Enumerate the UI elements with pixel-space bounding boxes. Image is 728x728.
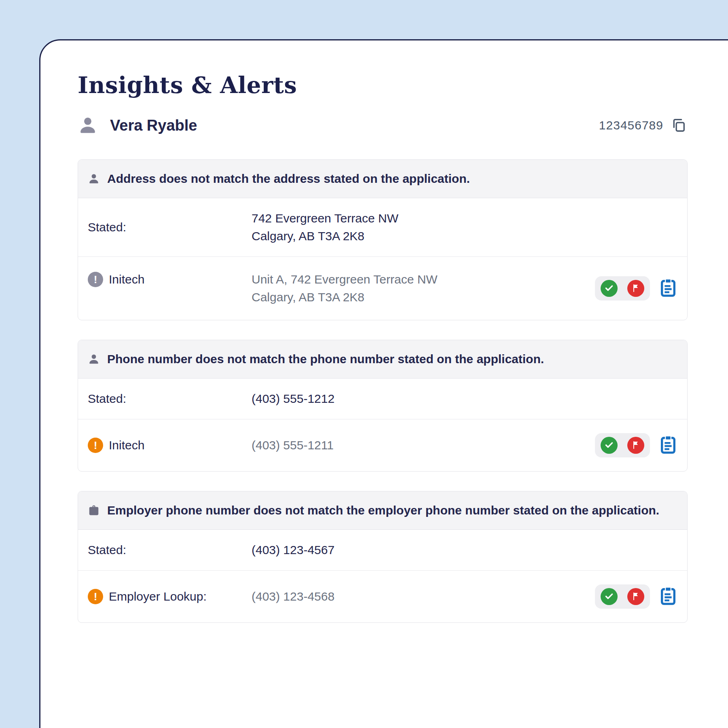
main-card: Insights & Alerts Vera Ryable 123456789	[39, 39, 728, 728]
alert-card-address: Address does not match the address state…	[78, 159, 688, 320]
check-circle-icon	[604, 283, 614, 294]
person-icon	[78, 115, 98, 135]
page-title: Insights & Alerts	[78, 72, 688, 98]
flag-button[interactable]	[627, 280, 644, 297]
alert-header: Address does not match the address state…	[78, 160, 687, 198]
stated-label: Stated:	[88, 210, 252, 245]
stated-label: Stated:	[88, 390, 252, 408]
alert-message: Employer phone number does not match the…	[107, 503, 659, 518]
source-label-cell: ! Initech	[88, 436, 252, 454]
warning-badge-icon: !	[88, 438, 103, 453]
alert-header: Phone number does not match the phone nu…	[78, 340, 687, 379]
applicant-row: Vera Ryable 123456789	[78, 112, 688, 138]
warning-badge-icon: !	[88, 589, 103, 604]
stated-value: 742 Evergreen Terrace NW Calgary, AB T3A…	[252, 210, 677, 245]
stated-row: Stated: (403) 555-1212	[78, 379, 687, 419]
row-actions	[595, 276, 677, 301]
check-circle-icon	[604, 591, 614, 603]
alert-message: Phone number does not match the phone nu…	[107, 351, 544, 367]
flag-button[interactable]	[627, 437, 644, 454]
alert-header: Employer phone number does not match the…	[78, 491, 687, 530]
stated-value: (403) 555-1212	[252, 390, 677, 408]
source-label-cell: ! Employer Lookup:	[88, 588, 252, 605]
source-value: (403) 555-1211	[252, 436, 595, 454]
alert-card-phone: Phone number does not match the phone nu…	[78, 340, 688, 472]
alert-message: Address does not match the address state…	[107, 171, 470, 186]
person-icon	[88, 173, 100, 185]
verdict-pill	[595, 276, 650, 301]
stated-row: Stated: (403) 123-4567	[78, 530, 687, 570]
source-row: ! Initech (403) 555-1211	[78, 419, 687, 471]
clipboard-icon	[659, 586, 677, 607]
copy-icon	[671, 117, 687, 134]
insights-panel: Insights & Alerts Vera Ryable 123456789	[78, 40, 688, 623]
source-label: Initech	[109, 436, 144, 454]
verdict-pill	[595, 433, 650, 457]
source-row: ! Employer Lookup: (403) 123-4568	[78, 570, 687, 622]
briefcase-icon	[88, 504, 100, 516]
row-actions	[595, 433, 677, 457]
flag-button[interactable]	[627, 588, 644, 605]
source-label: Employer Lookup:	[109, 588, 207, 605]
stated-row: Stated: 742 Evergreen Terrace NW Calgary…	[78, 198, 687, 256]
info-badge-icon: !	[88, 272, 103, 287]
check-circle-icon	[604, 440, 614, 451]
stated-value: (403) 123-4567	[252, 541, 677, 559]
alert-card-employer-phone: Employer phone number does not match the…	[78, 491, 688, 623]
notes-button[interactable]	[659, 435, 677, 455]
flag-circle-icon	[631, 440, 641, 451]
person-icon	[88, 353, 100, 365]
applicant-name: Vera Ryable	[110, 117, 197, 134]
source-label: Initech	[109, 271, 144, 288]
clipboard-icon	[659, 278, 677, 299]
clipboard-icon	[659, 435, 677, 456]
notes-button[interactable]	[659, 278, 677, 298]
source-value: (403) 123-4568	[252, 588, 595, 605]
row-actions	[595, 584, 677, 609]
approve-button[interactable]	[601, 437, 618, 454]
source-value: Unit A, 742 Evergreen Terrace NW Calgary…	[252, 271, 595, 306]
verdict-pill	[595, 584, 650, 609]
approve-button[interactable]	[601, 588, 618, 605]
copy-id-button[interactable]	[670, 116, 688, 134]
application-id: 123456789	[599, 119, 663, 132]
approve-button[interactable]	[601, 280, 618, 297]
source-row: ! Initech Unit A, 742 Evergreen Terrace …	[78, 256, 687, 320]
flag-circle-icon	[631, 591, 641, 602]
stated-label: Stated:	[88, 541, 252, 559]
source-label-cell: ! Initech	[88, 271, 252, 288]
flag-circle-icon	[631, 283, 641, 294]
notes-button[interactable]	[659, 586, 677, 607]
